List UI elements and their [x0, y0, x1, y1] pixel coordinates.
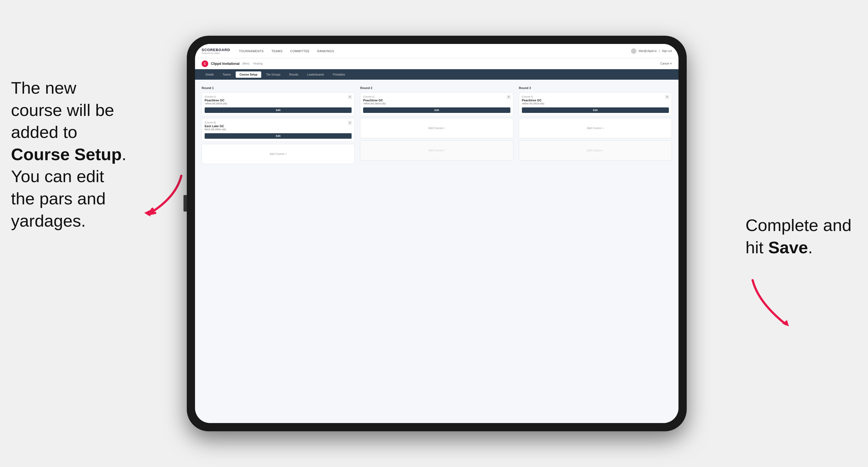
round-2-title: Round 2 — [360, 86, 513, 90]
nav-tournaments[interactable]: TOURNAMENTS — [239, 50, 264, 53]
round2-add-course-disabled-label: Add Course + — [428, 149, 445, 152]
annotation-left: The new course will be added to Course S… — [11, 77, 126, 232]
round1-add-course-label: Add Course + — [270, 152, 286, 155]
tab-leaderboards[interactable]: Leaderboards — [303, 71, 328, 78]
top-nav: SCOREBOARD Powered by clippd TOURNAMENTS… — [195, 44, 679, 58]
round1-course-b-card: ✕ (Course B) East Lake GC Black (M) (689… — [202, 118, 354, 142]
tournament-bar: C Clippd Invitational (Men) Hosting Canc… — [195, 58, 679, 69]
tablet-screen: SCOREBOARD Powered by clippd TOURNAMENTS… — [195, 44, 679, 423]
nav-separator: | — [659, 50, 660, 53]
annotation-right: Complete and hit Save. — [745, 214, 851, 258]
round1-course-a-edit[interactable]: Edit — [205, 107, 351, 113]
rounds-grid: Round 1 ✕ (Course A) Peachtree GC Yellow… — [202, 86, 672, 166]
round2-add-course-label: Add Course + — [428, 127, 445, 130]
round3-add-course-label: Add Course + — [587, 127, 604, 130]
round1-course-b-details: Black (M) (6891 yds) — [205, 128, 351, 131]
tab-results[interactable]: Results — [285, 71, 302, 78]
content-area: Round 1 ✕ (Course A) Peachtree GC Yellow… — [195, 80, 679, 423]
round-1-column: Round 1 ✕ (Course A) Peachtree GC Yellow… — [202, 86, 354, 166]
tab-details[interactable]: Details — [202, 71, 218, 78]
tab-printables[interactable]: Printables — [329, 71, 349, 78]
round1-course-a-card: ✕ (Course A) Peachtree GC Yellow (M) (66… — [202, 92, 354, 116]
round-3-title: Round 3 — [519, 86, 672, 90]
logo-sub: Powered by clippd — [202, 52, 230, 54]
round1-course-b-label: (Course B) — [205, 121, 351, 124]
tournament-name: Clippd Invitational — [211, 62, 240, 66]
sign-out-link[interactable]: Sign out — [662, 50, 672, 53]
round1-course-a-delete[interactable]: ✕ — [348, 95, 352, 99]
round3-add-course-disabled-label: Add Course + — [587, 149, 604, 152]
round2-course-a-delete[interactable]: ✕ — [506, 95, 511, 99]
nav-user-email: blair@clippd.io — [639, 50, 657, 53]
round2-course-a-edit[interactable]: Edit — [363, 107, 510, 113]
nav-avatar — [631, 48, 637, 54]
round1-add-course[interactable]: Add Course + — [202, 144, 354, 164]
nav-committee[interactable]: COMMITTEE — [290, 50, 310, 53]
logo-title: SCOREBOARD — [202, 48, 230, 52]
round2-course-a-details: Yellow (M) (6629 yds) — [363, 102, 510, 105]
round3-course-a-name: Peachtree GC — [522, 99, 669, 102]
tab-course-setup[interactable]: Course Setup — [236, 71, 261, 78]
round3-course-a-card: ✕ (Course A) Peachtree GC Yellow (M) (66… — [519, 92, 672, 116]
round-3-column: Round 3 ✕ (Course A) Peachtree GC Yellow… — [519, 86, 672, 166]
round1-course-a-name: Peachtree GC — [205, 99, 351, 102]
tablet: SCOREBOARD Powered by clippd TOURNAMENTS… — [187, 36, 687, 431]
side-button[interactable] — [184, 195, 187, 212]
svg-marker-1 — [782, 320, 789, 326]
round2-course-a-label: (Course A) — [363, 95, 510, 98]
nav-teams[interactable]: TEAMS — [271, 50, 282, 53]
tab-tee-groups[interactable]: Tee Groups — [262, 71, 284, 78]
annotation-bold-course-setup: Course Setup — [11, 145, 122, 164]
round3-course-a-label: (Course A) — [522, 95, 669, 98]
tournament-status: Hosting — [253, 62, 262, 65]
svg-marker-0 — [144, 210, 151, 216]
tournament-logo: C — [202, 60, 208, 67]
nav-right: blair@clippd.io | Sign out — [631, 48, 672, 54]
scoreboard-logo: SCOREBOARD Powered by clippd — [202, 48, 230, 54]
round1-course-a-label: (Course A) — [205, 95, 351, 98]
round1-course-b-edit[interactable]: Edit — [205, 133, 351, 139]
round3-course-a-edit[interactable]: Edit — [522, 107, 669, 113]
nav-rankings[interactable]: RANKINGS — [317, 50, 334, 53]
round-1-title: Round 1 — [202, 86, 354, 90]
round2-add-course[interactable]: Add Course + — [360, 118, 513, 138]
annotation-bold-save: Save — [768, 238, 808, 257]
round3-course-a-details: Yellow (M) (6629 yds) — [522, 102, 669, 105]
round2-course-a-name: Peachtree GC — [363, 99, 510, 102]
round3-add-course[interactable]: Add Course + — [519, 118, 672, 138]
round2-course-a-card: ✕ (Course A) Peachtree GC Yellow (M) (66… — [360, 92, 513, 116]
round-2-column: Round 2 ✕ (Course A) Peachtree GC Yellow… — [360, 86, 513, 166]
round3-course-a-delete[interactable]: ✕ — [665, 95, 670, 99]
tab-teams[interactable]: Teams — [219, 71, 235, 78]
round1-course-b-delete[interactable]: ✕ — [348, 121, 352, 125]
tournament-gender: (Men) — [242, 62, 249, 65]
round1-course-a-details: Yellow (M) (6629 yds) — [205, 102, 351, 105]
cancel-button[interactable]: Cancel ✕ — [660, 62, 672, 65]
round2-add-course-disabled: Add Course + — [360, 141, 513, 160]
round3-add-course-disabled: Add Course + — [519, 141, 672, 160]
arrow-right — [736, 275, 813, 335]
round1-course-b-name: East Lake GC — [205, 124, 351, 128]
nav-links: TOURNAMENTS TEAMS COMMITTEE RANKINGS — [239, 50, 631, 53]
tournament-info: C Clippd Invitational (Men) Hosting — [202, 60, 262, 67]
tab-bar: Details Teams Course Setup Tee Groups Re… — [195, 69, 679, 80]
